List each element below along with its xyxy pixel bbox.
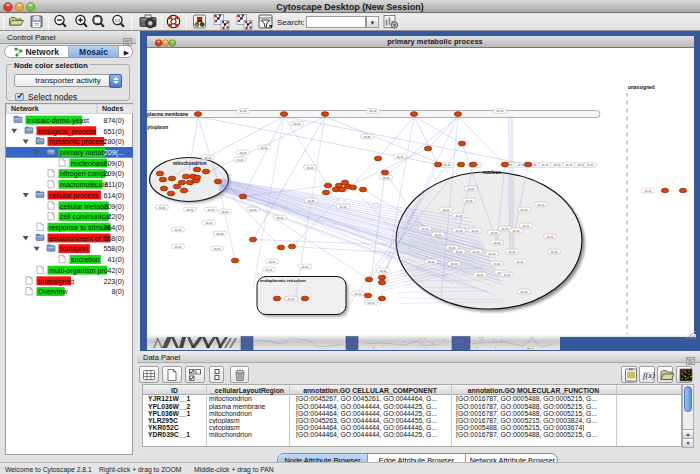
svg-text:transport: transport xyxy=(60,245,88,253)
svg-text:xx-xx: xx-xx xyxy=(379,269,386,273)
svg-text:xx-xx: xx-xx xyxy=(520,290,527,294)
svg-text:xx-xx: xx-xx xyxy=(268,260,275,264)
svg-text:cellular process: cellular process xyxy=(49,192,99,200)
svg-text:plasma membrane: plasma membrane xyxy=(147,112,189,117)
svg-text:xx-xx: xx-xx xyxy=(354,292,361,296)
svg-text:xx-xx: xx-xx xyxy=(550,250,557,254)
svg-text:xx-xx: xx-xx xyxy=(546,235,553,239)
svg-text:xx-xx: xx-xx xyxy=(501,227,508,231)
svg-text:558(0): 558(0) xyxy=(103,245,124,253)
svg-text:cell communicat: cell communicat xyxy=(60,213,111,221)
svg-text:xx-xx: xx-xx xyxy=(221,210,228,214)
svg-text:unassigned: unassigned xyxy=(628,85,655,90)
svg-text:xx-xx: xx-xx xyxy=(490,231,497,235)
svg-text:xx-xx: xx-xx xyxy=(522,224,529,228)
svg-text:xx-xx: xx-xx xyxy=(488,252,495,256)
svg-text:xx-xx: xx-xx xyxy=(516,260,523,264)
svg-text:xx-xx: xx-xx xyxy=(174,245,181,249)
svg-text:209(...: 209(... xyxy=(104,149,124,157)
svg-text:xx-xx: xx-xx xyxy=(396,155,403,159)
svg-text:558(0): 558(0) xyxy=(103,235,124,243)
svg-text:xx-xx: xx-xx xyxy=(204,156,211,160)
svg-text:xx-xx: xx-xx xyxy=(236,158,243,162)
svg-text:xx-xx: xx-xx xyxy=(216,232,223,236)
svg-text:xx-xx: xx-xx xyxy=(517,163,524,167)
svg-text:xx-xx: xx-xx xyxy=(455,250,462,254)
svg-text:xx-xx: xx-xx xyxy=(213,247,220,251)
svg-text:209(0): 209(0) xyxy=(103,170,124,178)
svg-text:xx-xx: xx-xx xyxy=(434,233,441,237)
svg-text:nucleus: nucleus xyxy=(483,170,501,175)
svg-text:xx-xx: xx-xx xyxy=(537,203,544,207)
svg-text:xx-xx: xx-xx xyxy=(239,109,246,113)
svg-text:xx-xx: xx-xx xyxy=(427,260,434,264)
svg-text:xx-xx: xx-xx xyxy=(541,163,548,167)
svg-text:xx-xx: xx-xx xyxy=(450,262,457,266)
svg-text:Nodes: Nodes xyxy=(102,105,124,112)
svg-text:1:1: 1:1 xyxy=(114,18,120,23)
svg-text:614(0): 614(0) xyxy=(103,192,124,200)
svg-text:xx-xx: xx-xx xyxy=(455,214,462,218)
svg-text:xx-xx: xx-xx xyxy=(339,205,346,209)
svg-text:xx-xx: xx-xx xyxy=(363,135,370,139)
svg-text:cytoplasm: cytoplasm xyxy=(147,125,168,130)
svg-text:209(0): 209(0) xyxy=(103,160,124,168)
svg-text:xx-xx: xx-xx xyxy=(644,189,651,193)
svg-text:311(0): 311(0) xyxy=(104,181,124,189)
svg-text:mosaic-demo-yeast: mosaic-demo-yeast xyxy=(27,117,89,125)
svg-text:xx-xx: xx-xx xyxy=(493,241,500,245)
svg-text:xx-xx: xx-xx xyxy=(448,246,455,250)
svg-text:Network: Network xyxy=(11,105,39,112)
svg-text:cellular metabo: cellular metabo xyxy=(60,203,108,211)
svg-text:xx-xx: xx-xx xyxy=(493,262,500,266)
svg-text:xx-xx: xx-xx xyxy=(467,187,474,191)
svg-text:xx-xx: xx-xx xyxy=(382,176,389,180)
svg-text:Overview: Overview xyxy=(38,288,68,296)
svg-text:xx-xx: xx-xx xyxy=(158,206,165,210)
svg-text:xx-xx: xx-xx xyxy=(421,227,428,231)
svg-text:xx-xx: xx-xx xyxy=(301,265,308,269)
svg-text:xx-xx: xx-xx xyxy=(239,151,246,155)
svg-text:xx-xx: xx-xx xyxy=(276,216,283,220)
svg-text:xx-xx: xx-xx xyxy=(465,199,472,203)
svg-text:xx-xx: xx-xx xyxy=(503,273,510,277)
svg-text:xx-xx: xx-xx xyxy=(369,109,376,113)
svg-text:xx-xx: xx-xx xyxy=(455,229,462,233)
svg-text:xx-xx: xx-xx xyxy=(508,250,515,254)
svg-text:f(x): f(x) xyxy=(643,370,655,380)
svg-text:xx-xx: xx-xx xyxy=(520,208,527,212)
svg-text:xx-xx: xx-xx xyxy=(207,208,214,212)
svg-text:mitochondrion: mitochondrion xyxy=(173,161,207,166)
svg-text:nitrogen compo: nitrogen compo xyxy=(60,170,109,178)
svg-text:874(0): 874(0) xyxy=(103,117,124,125)
svg-text:42(0): 42(0) xyxy=(107,267,124,275)
svg-text:biological_process: biological_process xyxy=(38,128,97,136)
svg-text:223(0): 223(0) xyxy=(103,278,124,286)
svg-text:xx-xx: xx-xx xyxy=(265,268,272,272)
svg-text:response to stimulu: response to stimulu xyxy=(49,224,111,232)
svg-text:264(0): 264(0) xyxy=(103,224,124,232)
svg-text:multi-organism pro: multi-organism pro xyxy=(49,267,108,275)
svg-text:209(0): 209(0) xyxy=(103,203,124,211)
svg-text:8(0): 8(0) xyxy=(111,288,124,296)
svg-text:xx-xx: xx-xx xyxy=(306,166,313,170)
svg-text:xx-xx: xx-xx xyxy=(471,229,478,233)
svg-text:xx-xx: xx-xx xyxy=(443,163,450,167)
svg-text:xx-xx: xx-xx xyxy=(476,273,483,277)
svg-text:xx-xx: xx-xx xyxy=(586,163,593,167)
svg-text:xx-xx: xx-xx xyxy=(496,109,503,113)
svg-text:xx-xx: xx-xx xyxy=(553,163,560,167)
svg-text:xx-xx: xx-xx xyxy=(512,229,519,233)
svg-text:xx-xx: xx-xx xyxy=(293,122,300,126)
svg-text:secretion: secretion xyxy=(71,256,100,264)
svg-text:xx-xx: xx-xx xyxy=(186,208,193,212)
svg-text:xx-xx: xx-xx xyxy=(442,208,449,212)
svg-text:primary metabo: primary metabo xyxy=(60,149,109,157)
svg-text:metabolic process: metabolic process xyxy=(49,138,107,146)
svg-text:establishment of lo: establishment of lo xyxy=(49,235,108,243)
svg-text:macromolecule: macromolecule xyxy=(60,181,108,189)
svg-text:xx-xx: xx-xx xyxy=(260,146,267,150)
svg-text:xx-xx: xx-xx xyxy=(287,297,294,301)
svg-text:651(0): 651(0) xyxy=(103,128,124,136)
svg-text:xx-xx: xx-xx xyxy=(174,228,181,232)
